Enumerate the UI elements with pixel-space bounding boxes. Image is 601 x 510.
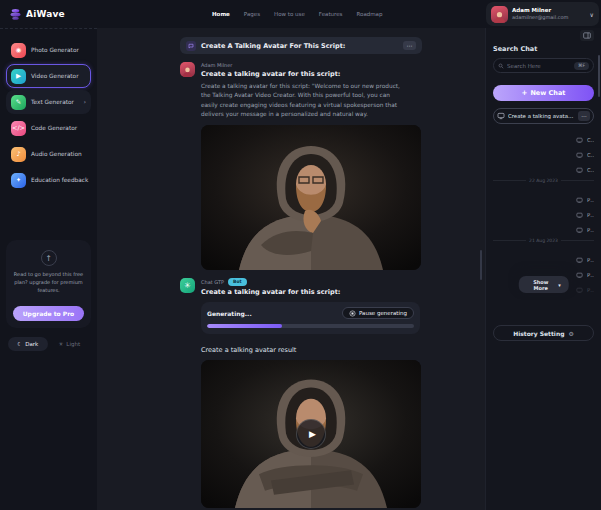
chat-item-menu-button[interactable]: ⋯ [578,111,590,121]
theme-toggle: ☾ Dark ☀ Light [6,337,91,351]
dark-mode-button[interactable]: ☾ Dark [8,337,48,351]
active-chat-item[interactable]: Create a talking avatar for this scrip ⋯ [493,108,594,124]
hooded-man-photo [201,125,421,270]
left-sidebar: ◉ Photo Generator ▶ Video Generator ✎ Te… [0,28,97,510]
sidebar-item-education-feedback[interactable]: ✦ Education feedback [6,168,91,192]
chat-menu-button[interactable]: ⋯ [403,41,416,50]
progress-fill [207,324,282,328]
code-icon: </> [11,121,26,136]
layout: ◉ Photo Generator ▶ Video Generator ✎ Te… [0,28,601,510]
moon-icon: ☾ [17,341,22,347]
history-setting-button[interactable]: History Setting ⚙ [493,325,594,341]
text-icon: ✎ [11,95,26,110]
nav-features[interactable]: Features [319,11,343,17]
nav-roadmap[interactable]: Roadmap [356,11,382,17]
search-icon [498,63,504,69]
light-mode-button[interactable]: ☀ Light [50,337,90,351]
user-avatar [180,62,195,77]
sidebar-item-text-generator[interactable]: ✎ Text Generator › [6,90,91,114]
pause-generating-button[interactable]: Pause generating [342,307,414,319]
bot-badge: Bot [228,278,247,286]
nav-pages[interactable]: Pages [244,11,260,17]
user-email: adamilner@gmail.com [512,14,568,20]
history-chat-item[interactable]: Please, Make 4 variant ke 4 varian [493,203,594,218]
message-body: Create a talking avatar for this script:… [201,82,407,119]
history-date-divider: 22 Aug 2023 [493,173,594,188]
search-chat-title: Search Chat [493,45,594,53]
upgrade-text: Read to go beyond this free plan? upgrad… [13,271,84,294]
user-message: Adam Milner Create a talking avatar for … [180,62,422,119]
sidebar-item-label: Education feedback [31,177,88,183]
music-icon: ♪ [11,147,26,162]
history-chat-item[interactable]: Please, Make 4 variant ke 4 varian [493,218,594,233]
generating-label: Generating... [207,310,252,317]
sidebar-item-label: Text Generator [31,99,74,105]
active-chat-label: Create a talking avatar for this scrip [508,113,575,119]
search-box: ⌘F [493,58,594,73]
sidebar-menu: ◉ Photo Generator ▶ Video Generator ✎ Te… [6,38,91,194]
main-scrollbar-thumb[interactable] [480,250,482,280]
camera-icon: ◉ [11,43,26,58]
history-chat-item[interactable]: Please, Make 4 variant ke 4 varian [493,248,594,263]
sidebar-item-audio-generation[interactable]: ♪ Audio Generation [6,142,91,166]
right-sidebar: Search Chat ⌘F + New Chat Create a talki… [485,28,601,510]
play-button[interactable]: ▶ [296,419,326,449]
aiwave-logo-icon [9,8,22,21]
message-author: Adam Milner [201,62,407,68]
sun-icon: ☀ [58,341,63,347]
chat-bubble-icon [576,227,583,234]
nav-home[interactable]: Home [212,11,230,17]
sidebar-item-video-generator[interactable]: ▶ Video Generator [6,64,91,88]
user-profile-menu[interactable]: Adam Milner adamilner@gmail.com ∨ [486,2,599,26]
panel-icon [583,32,591,39]
result-video: ▶ [201,360,421,508]
sidebar-item-label: Code Generator [31,125,77,131]
caret-down-icon: ▾ [558,282,561,288]
script-reference-image [201,125,421,270]
video-icon: ▶ [11,69,26,84]
gear-icon: ⚙ [568,330,573,337]
chat-bubble-icon [576,287,583,294]
aiwave-app: AiWave Home Pages How to use Features Ro… [0,0,601,510]
chat-header: Create A Talking Avatar For This Script:… [180,37,422,54]
nav-how-to-use[interactable]: How to use [274,11,305,17]
main-nav: Home Pages How to use Features Roadmap [212,11,382,17]
history-chat-item[interactable]: Create a talking avatar for this scrip [493,128,594,143]
chevron-down-icon: ∨ [590,11,594,18]
sidebar-item-photo-generator[interactable]: ◉ Photo Generator [6,38,91,62]
arrow-up-icon: ↑ [41,250,57,266]
logo[interactable]: AiWave [0,8,97,21]
sidebar-item-code-generator[interactable]: </> Code Generator [6,116,91,140]
keyboard-shortcut-badge: ⌘F [574,62,589,70]
chatgpt-avatar-icon: ✳ [180,278,195,293]
education-icon: ✦ [11,173,26,188]
history-date-divider: 21 Aug 2023 [493,233,594,248]
chat-main: Create A Talking Avatar For This Script:… [97,28,485,510]
show-more-button[interactable]: Show More ▾ [518,276,569,293]
result-label: Create a talking avatar result [201,346,422,354]
bot-message: ✳ Chat GTP Bot Create a talking avatar f… [180,278,422,296]
user-avatar [491,6,508,23]
history-chat-item[interactable]: Create a talking avatar for this scrip [493,158,594,173]
chevron-right-icon: › [83,98,86,106]
search-input[interactable] [507,63,571,69]
logo-text: AiWave [26,9,65,19]
new-chat-button[interactable]: + New Chat [493,85,594,101]
bot-message-title: Create a talking avatar for this script: [201,288,340,296]
collapse-panel-button[interactable] [580,30,594,41]
stop-circle-icon [349,310,356,317]
message-title: Create a talking avatar for this script: [201,70,407,78]
sidebar-item-label: Photo Generator [31,47,79,53]
chat-bubble-icon [576,167,583,174]
right-scrollbar-thumb[interactable] [598,55,600,97]
chat-history-list: Create a talking avatar for this scrip C… [493,128,594,293]
chat-bubble-icon [186,41,196,51]
bot-name: Chat GTP [201,279,224,285]
user-name: Adam Milner [512,7,568,14]
history-chat-item[interactable]: Create a talking avatar for this scrip [493,143,594,158]
topbar: AiWave Home Pages How to use Features Ro… [0,0,601,28]
sidebar-item-label: Video Generator [31,73,79,79]
chat-bubble-icon [497,112,505,120]
upgrade-to-pro-button[interactable]: Upgrade to Pro [13,306,84,321]
history-chat-item[interactable]: Please, Make 4 variant ke 4 varian [493,188,594,203]
